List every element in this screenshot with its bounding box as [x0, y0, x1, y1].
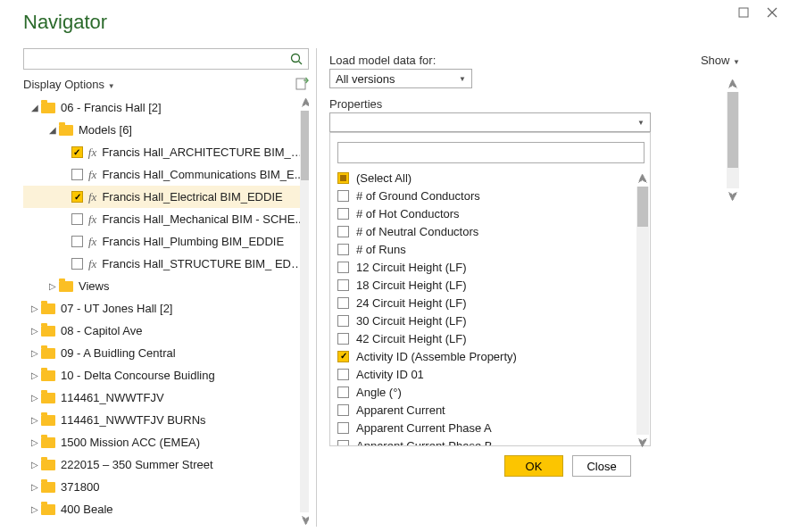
tree-model-item[interactable]: fxFrancis Hall_Plumbing BIM_EDDIE — [23, 230, 309, 253]
property-checkbox[interactable] — [337, 244, 349, 255]
scroll-up-icon[interactable]: ⮝ — [301, 96, 309, 109]
caret-right-icon[interactable]: ▷ — [30, 504, 39, 514]
scroll-down-icon[interactable]: ⮟ — [301, 514, 309, 527]
display-options-dropdown[interactable]: Display Options ▼ — [23, 78, 115, 91]
tree-folder-collapsed[interactable]: ▷1500 Mission ACC (EMEA) — [23, 431, 309, 453]
tree-view[interactable]: ◢ 06 - Francis Hall [2] ◢ Models [6] fxF… — [23, 96, 309, 527]
tree-folder-collapsed[interactable]: ▷371800 — [23, 476, 309, 498]
model-checkbox[interactable] — [71, 258, 83, 270]
scroll-thumb[interactable] — [637, 187, 648, 227]
tree-scrollbar[interactable]: ⮝ ⮟ — [299, 96, 309, 527]
tree-folder-expanded[interactable]: ◢ 06 - Francis Hall [2] — [23, 96, 309, 119]
property-label: 12 Circuit Height (LF) — [356, 261, 467, 274]
property-checkbox[interactable] — [337, 333, 349, 345]
property-checkbox[interactable] — [337, 279, 349, 291]
property-checkbox[interactable] — [337, 172, 349, 184]
window-maximize-icon[interactable] — [738, 7, 749, 18]
model-checkbox[interactable] — [71, 236, 83, 247]
tree-folder-collapsed[interactable]: ▷10 - Delta Concourse Buidling — [23, 364, 309, 387]
properties-filter-input[interactable] — [337, 142, 644, 163]
tree-folder-collapsed[interactable]: ▷08 - Capitol Ave — [23, 320, 309, 342]
property-label: # of Runs — [356, 243, 406, 256]
load-model-label: Load model data for: — [329, 54, 647, 67]
caret-right-icon[interactable]: ▷ — [30, 460, 39, 470]
property-checkbox[interactable] — [337, 208, 349, 220]
model-checkbox[interactable] — [71, 146, 83, 158]
property-row[interactable]: 24 Circuit Height (LF) — [337, 294, 650, 312]
fx-icon: fx — [88, 145, 96, 160]
refresh-icon[interactable] — [295, 77, 309, 91]
tree-model-item[interactable]: fxFrancis Hall_Mechanical BIM - SCHE... — [23, 208, 309, 230]
tree-folder-collapsed[interactable]: ▷07 - UT Jones Hall [2] — [23, 297, 309, 320]
caret-right-icon[interactable]: ▷ — [30, 437, 39, 447]
model-checkbox[interactable] — [71, 169, 83, 180]
property-label: Apparent Current — [356, 403, 445, 417]
property-row[interactable]: Activity ID (Assemble Property) — [337, 347, 650, 365]
property-checkbox[interactable] — [337, 190, 349, 202]
property-row[interactable]: 18 Circuit Height (LF) — [337, 276, 650, 294]
tree-folder-collapsed[interactable]: ▷222015 – 350 Summer Street — [23, 453, 309, 476]
property-row[interactable]: # of Runs — [337, 240, 650, 258]
property-row[interactable]: Apparent Current — [337, 401, 650, 419]
tree-model-item[interactable]: fxFrancis Hall_STRUCTURE BIM_ EDDIE — [23, 253, 309, 275]
folder-icon — [41, 482, 55, 493]
properties-combo[interactable]: ▼ — [329, 112, 651, 132]
scroll-down-icon[interactable]: ⮟ — [728, 190, 738, 203]
property-checkbox[interactable] — [337, 440, 349, 446]
load-model-select[interactable]: All versions ▼ — [329, 69, 472, 88]
scroll-thumb[interactable] — [728, 92, 738, 168]
preview-scrollbar[interactable]: ⮝ ⮟ — [726, 78, 740, 203]
caret-right-icon[interactable]: ▷ — [30, 303, 39, 313]
property-checkbox[interactable] — [337, 226, 349, 237]
tree-model-item[interactable]: fxFrancis Hall_ARCHITECTURE BIM_20... — [23, 141, 309, 163]
property-row[interactable]: 12 Circuit Height (LF) — [337, 258, 650, 276]
property-checkbox[interactable] — [337, 351, 349, 362]
property-row[interactable]: Activity ID 01 — [337, 365, 650, 383]
caret-right-icon[interactable]: ▷ — [30, 326, 39, 336]
property-row[interactable]: # of Ground Conductors — [337, 187, 650, 204]
properties-scrollbar[interactable]: ⮝ ⮟ — [636, 172, 650, 449]
tree-model-item[interactable]: fxFrancis Hall_Electrical BIM_EDDIE — [23, 186, 309, 208]
property-checkbox[interactable] — [337, 297, 349, 309]
tree-folder-collapsed[interactable]: ▷ Views — [23, 275, 309, 297]
property-checkbox[interactable] — [337, 262, 349, 273]
tree-folder-collapsed[interactable]: ▷400 Beale — [23, 498, 309, 520]
property-checkbox[interactable] — [337, 315, 349, 327]
property-row[interactable]: Angle (°) — [337, 383, 650, 401]
property-checkbox[interactable] — [337, 422, 349, 434]
show-dropdown[interactable]: Show ▼ — [701, 54, 740, 67]
caret-right-icon[interactable]: ▷ — [30, 393, 39, 403]
property-checkbox[interactable] — [337, 387, 349, 398]
scroll-thumb[interactable] — [301, 111, 309, 180]
property-row[interactable]: # of Hot Conductors — [337, 204, 650, 222]
model-checkbox[interactable] — [71, 213, 83, 225]
tree-folder-collapsed[interactable]: ▷09 - A Buidling Central — [23, 342, 309, 364]
caret-right-icon[interactable]: ▷ — [48, 281, 57, 291]
property-row[interactable]: (Select All) — [337, 169, 650, 187]
scroll-up-icon[interactable]: ⮝ — [728, 78, 738, 90]
property-row[interactable]: Apparent Current Phase A — [337, 419, 650, 436]
property-row[interactable]: Apparent Current Phase B — [337, 436, 650, 445]
caret-right-icon[interactable]: ▷ — [30, 482, 39, 492]
property-checkbox[interactable] — [337, 404, 349, 416]
caret-right-icon[interactable]: ▷ — [30, 370, 39, 380]
property-row[interactable]: 42 Circuit Height (LF) — [337, 329, 650, 347]
model-checkbox[interactable] — [71, 191, 83, 203]
caret-right-icon[interactable]: ▷ — [30, 348, 39, 358]
caret-right-icon[interactable]: ▷ — [30, 415, 39, 425]
caret-down-icon[interactable]: ◢ — [30, 103, 39, 112]
tree-model-item[interactable]: fxFrancis Hall_Communications BIM_E... — [23, 163, 309, 186]
window-close-icon[interactable] — [767, 7, 778, 18]
tree-folder-collapsed[interactable]: ▷114461_NWWTFJV — [23, 387, 309, 409]
tree-folder-expanded[interactable]: ◢ Models [6] — [23, 119, 309, 141]
search-input[interactable] — [23, 48, 309, 70]
ok-button[interactable]: OK — [504, 455, 563, 477]
scroll-down-icon[interactable]: ⮟ — [637, 436, 648, 449]
close-button[interactable]: Close — [572, 455, 631, 477]
property-row[interactable]: 30 Circuit Height (LF) — [337, 312, 650, 329]
scroll-up-icon[interactable]: ⮝ — [637, 172, 648, 185]
property-row[interactable]: # of Neutral Conductors — [337, 222, 650, 240]
caret-down-icon[interactable]: ◢ — [48, 125, 57, 135]
tree-folder-collapsed[interactable]: ▷114461_NWWTFJV BURNs — [23, 409, 309, 431]
property-checkbox[interactable] — [337, 369, 349, 380]
